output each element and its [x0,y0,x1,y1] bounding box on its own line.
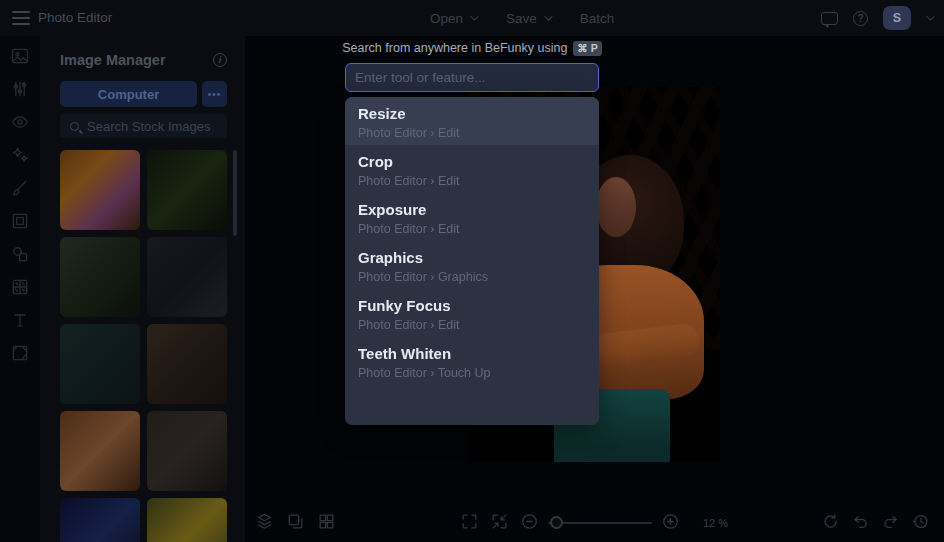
sidebar-item-edit[interactable] [8,81,32,101]
touch-up-icon [10,112,30,136]
result-resize[interactable]: Resize Photo Editor › Edit [345,97,599,145]
zoom-slider-handle[interactable] [550,516,563,529]
textures-icon [10,343,30,367]
befunky-photo-editor: Photo Editor Open Save Batch ? S [0,0,944,542]
result-crop[interactable]: Crop Photo Editor › Edit [345,145,599,193]
top-menus: Open Save Batch [430,0,614,36]
sidebar-item-text[interactable] [8,312,32,332]
thumbnail[interactable] [60,237,140,317]
thumbnail-grid [60,150,227,542]
account-chevron-down-icon[interactable] [926,12,934,20]
hamburger-menu-icon[interactable] [12,11,30,25]
zoom-slider[interactable] [548,512,652,535]
menu-open[interactable]: Open [430,11,476,26]
status-bar: 12 % [245,504,944,542]
thumbnail[interactable] [147,411,227,491]
sidebar-item-frames[interactable] [8,213,32,233]
command-search-input[interactable] [345,63,599,92]
result-teeth-whiten[interactable]: Teeth Whiten Photo Editor › Touch Up [345,337,599,385]
help-icon[interactable]: ? [853,11,868,26]
zoom-level: 12 % [703,517,728,529]
brush-icon [10,178,30,202]
frames-icon [10,211,30,235]
sparkles-icon [10,145,30,169]
fullscreen-icon [460,512,479,535]
feedback-chat-icon[interactable] [821,12,838,25]
image-manager-panel: Image Manager i Computer ••• Search Stoc… [40,36,245,542]
overlay-icon [10,277,30,301]
search-hint: Search from anywhere in BeFunky using⌘ P [285,41,659,56]
tool-rail [0,36,40,542]
image-manager-icon [10,46,30,70]
app-title: Photo Editor [38,10,112,25]
pages-icon [286,512,305,535]
search-results: Resize Photo Editor › Edit Crop Photo Ed… [345,97,599,425]
undo-button[interactable] [849,512,872,535]
zoom-out-icon [520,512,539,535]
redo-button[interactable] [879,512,902,535]
text-icon [10,310,30,334]
thumbnail[interactable] [60,324,140,404]
redo-icon [881,512,900,535]
sidebar-item-graphics[interactable] [8,246,32,266]
menu-save[interactable]: Save [506,11,550,26]
top-bar: Photo Editor Open Save Batch ? S [0,0,944,36]
layers-icon [255,512,274,535]
result-funky-focus[interactable]: Funky Focus Photo Editor › Edit [345,289,599,337]
layers-button[interactable] [253,512,276,535]
computer-button[interactable]: Computer [60,81,197,107]
result-graphics[interactable]: Graphics Photo Editor › Graphics [345,241,599,289]
reset-button[interactable] [819,512,842,535]
chevron-down-icon [470,12,478,20]
top-bar-right: ? S [821,0,932,36]
fit-to-screen-icon [490,512,509,535]
panel-scrollbar[interactable] [233,150,237,236]
pages-button[interactable] [284,512,307,535]
thumbnail[interactable] [147,498,227,542]
reset-icon [821,512,840,535]
thumbnail[interactable] [147,150,227,230]
sidebar-item-image-manager[interactable] [8,48,32,68]
sidebar-item-effects[interactable] [8,147,32,167]
thumbnail[interactable] [60,150,140,230]
search-icon [70,122,79,131]
shapes-icon [10,244,30,268]
info-icon[interactable]: i [213,53,227,67]
menu-batch[interactable]: Batch [580,11,615,26]
history-button[interactable] [909,512,932,535]
shortcut-keycap: ⌘ P [573,41,601,56]
panel-title: Image Manager [60,52,166,68]
sidebar-item-touch-up[interactable] [8,114,32,134]
fit-to-screen-button[interactable] [488,512,511,535]
thumbnail[interactable] [60,498,140,542]
history-icon [911,512,930,535]
result-exposure[interactable]: Exposure Photo Editor › Edit [345,193,599,241]
chevron-down-icon [544,12,552,20]
grid-icon [317,512,336,535]
more-options-button[interactable]: ••• [202,81,227,107]
undo-icon [851,512,870,535]
avatar[interactable]: S [883,6,911,30]
stock-search-placeholder: Search Stock Images [87,119,211,134]
thumbnail[interactable] [147,324,227,404]
zoom-out-button[interactable] [518,512,541,535]
zoom-in-button[interactable] [659,512,682,535]
thumbnail[interactable] [60,411,140,491]
sliders-icon [10,79,30,103]
thumbnail[interactable] [147,237,227,317]
zoom-in-icon [661,512,680,535]
sidebar-item-artsy[interactable] [8,180,32,200]
sidebar-item-textures[interactable] [8,345,32,365]
grid-view-button[interactable] [315,512,338,535]
sidebar-item-overlays[interactable] [8,279,32,299]
stock-search-input[interactable]: Search Stock Images [60,114,227,138]
fullscreen-button[interactable] [458,512,481,535]
